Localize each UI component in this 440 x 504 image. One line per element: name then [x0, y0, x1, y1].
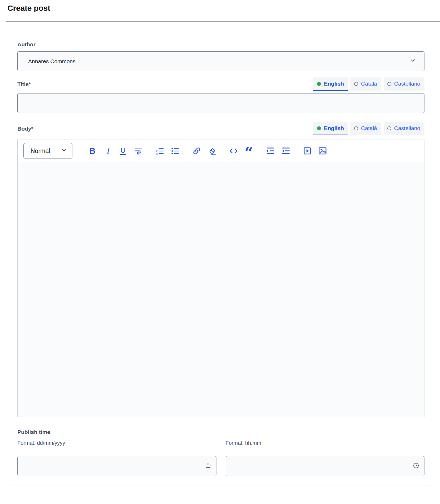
title-label: Title*: [17, 81, 31, 87]
code-icon[interactable]: [229, 146, 238, 156]
date-format-hint: Format: dd/mm/yyyy: [17, 440, 216, 446]
format-select-value: Normal: [31, 147, 50, 155]
tab-language-catala[interactable]: Català: [350, 122, 381, 135]
tab-language-english[interactable]: English: [313, 77, 348, 91]
hard-break-icon[interactable]: [134, 146, 143, 156]
untranslated-indicator-icon: [354, 82, 358, 86]
translated-indicator-icon: [317, 82, 321, 86]
tab-label: Català: [361, 81, 377, 87]
chevron-down-icon: [61, 147, 67, 155]
bold-icon[interactable]: B: [88, 146, 97, 156]
tab-label: English: [324, 125, 344, 131]
video-icon[interactable]: [303, 146, 312, 156]
body-editor-content[interactable]: [18, 162, 424, 417]
outdent-icon[interactable]: [281, 146, 290, 156]
author-label: Author: [17, 41, 424, 48]
chevron-down-icon: [409, 57, 416, 65]
tab-label: Castellano: [394, 81, 420, 87]
time-format-hint: Format: hh:mm: [226, 440, 425, 446]
untranslated-indicator-icon: [387, 82, 391, 86]
ordered-list-icon[interactable]: 1 2 3: [155, 146, 165, 156]
svg-text:3: 3: [156, 152, 157, 155]
author-select[interactable]: Annares Commons: [17, 51, 424, 71]
title-input[interactable]: [17, 93, 424, 113]
author-selected-value: Annares Commons: [28, 58, 76, 65]
tab-label: Castellano: [394, 125, 420, 131]
tab-label: Català: [361, 125, 377, 131]
publish-time-input[interactable]: [226, 456, 425, 476]
calendar-icon[interactable]: [205, 462, 211, 470]
untranslated-indicator-icon: [387, 126, 391, 130]
body-label: Body*: [17, 126, 33, 132]
italic-icon[interactable]: I: [103, 146, 112, 156]
tab-language-english[interactable]: English: [313, 122, 348, 135]
image-icon[interactable]: [318, 146, 327, 156]
link-icon[interactable]: [192, 146, 201, 156]
tab-language-castellano[interactable]: Castellano: [384, 77, 424, 91]
tab-language-catala[interactable]: Català: [350, 77, 381, 91]
rich-text-editor: Normal B I U: [17, 140, 424, 417]
translated-indicator-icon: [317, 126, 321, 130]
header-divider: [6, 21, 440, 22]
page-title: Create post: [7, 4, 440, 13]
publish-time-section: Publish time Format: dd/mm/yyyy: [17, 429, 424, 476]
tab-label: English: [324, 81, 344, 87]
untranslated-indicator-icon: [354, 126, 358, 130]
editor-toolbar: Normal B I U: [18, 140, 424, 162]
blockquote-icon[interactable]: “: [244, 146, 254, 156]
publish-time-label: Publish time: [17, 429, 424, 435]
underline-icon[interactable]: U: [118, 146, 128, 156]
clear-format-icon[interactable]: [207, 146, 217, 156]
body-language-tabs: English Català Castellano: [313, 122, 424, 135]
paragraph-format-select[interactable]: Normal: [23, 143, 72, 159]
bullet-list-icon[interactable]: [170, 146, 180, 156]
tab-language-castellano[interactable]: Castellano: [384, 122, 424, 135]
create-post-form-card: Author Annares Commons Title* English Ca…: [9, 30, 433, 486]
clock-icon[interactable]: [413, 462, 419, 470]
publish-date-input[interactable]: [17, 456, 216, 476]
indent-icon[interactable]: [266, 146, 275, 156]
title-language-tabs: English Català Castellano: [313, 77, 424, 91]
